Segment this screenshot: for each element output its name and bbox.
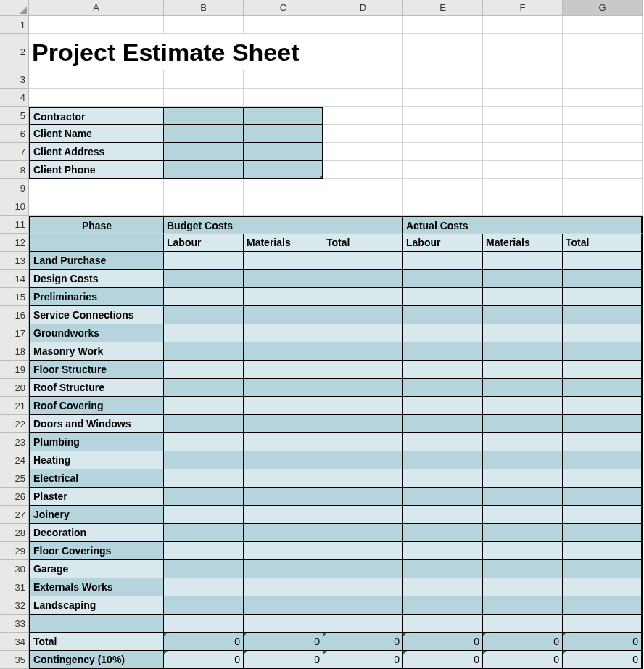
cell[interactable] [483,197,563,216]
phase-value[interactable] [244,451,323,469]
phase-value[interactable] [323,288,403,306]
phase-value[interactable] [483,288,563,306]
row-header-8[interactable]: 8 [0,161,29,179]
row-header-21[interactable]: 21 [0,397,29,415]
col-header-B[interactable]: B [164,0,244,16]
phase-value[interactable] [563,288,643,306]
cell[interactable] [483,34,563,70]
phase-value[interactable] [403,578,483,596]
row-header-23[interactable]: 23 [0,433,29,451]
row-header-24[interactable]: 24 [0,451,29,469]
phase-value[interactable] [403,542,483,560]
row-header-20[interactable]: 20 [0,379,29,397]
phase-value[interactable] [563,578,643,596]
phase-value[interactable] [483,433,563,451]
phase-value[interactable] [403,415,483,433]
phase-value[interactable] [164,578,244,596]
cell[interactable] [403,70,483,89]
row-header-27[interactable]: 27 [0,506,29,524]
phase-value[interactable] [244,270,323,288]
phase-value[interactable] [483,488,563,506]
phase-value[interactable] [563,270,643,288]
row-header-31[interactable]: 31 [0,578,29,596]
phase-value[interactable] [563,596,643,615]
phase-value[interactable] [244,415,323,433]
phase-value[interactable] [563,560,643,578]
phase-value[interactable] [164,596,244,615]
phase-value[interactable] [164,342,244,361]
phase-value[interactable] [244,560,323,578]
cell[interactable] [323,89,403,107]
cell[interactable] [563,16,643,34]
phase-value[interactable] [483,469,563,488]
total-value[interactable]: 0 [563,633,643,651]
phase-value[interactable] [323,560,403,578]
phase-value[interactable] [164,306,244,324]
phase-value[interactable] [563,451,643,469]
phase-value[interactable] [164,379,244,397]
row-header-26[interactable]: 26 [0,488,29,506]
cell[interactable] [563,615,643,633]
phase-value[interactable] [244,506,323,524]
phase-value[interactable] [164,451,244,469]
cell[interactable] [29,89,164,107]
cell[interactable] [483,70,563,89]
phase-value[interactable] [323,397,403,415]
cell[interactable] [244,179,323,197]
client-info-value[interactable] [244,125,323,143]
phase-value[interactable] [244,596,323,615]
row-header-1[interactable]: 1 [0,16,29,34]
cell[interactable] [29,16,164,34]
row-header-14[interactable]: 14 [0,270,29,288]
cell[interactable] [483,16,563,34]
phase-value[interactable] [403,524,483,542]
phase-value[interactable] [483,361,563,379]
phase-value[interactable] [323,252,403,270]
cell[interactable] [323,161,403,179]
row-header-18[interactable]: 18 [0,342,29,361]
row-header-34[interactable]: 34 [0,633,29,651]
phase-value[interactable] [244,379,323,397]
client-info-value[interactable] [164,125,244,143]
phase-value[interactable] [483,324,563,342]
row-header-3[interactable]: 3 [0,70,29,89]
cell[interactable] [563,125,643,143]
total-value[interactable]: 0 [244,633,323,651]
cell[interactable] [483,125,563,143]
cell[interactable] [563,107,643,125]
cell[interactable] [323,125,403,143]
phase-value[interactable] [244,542,323,560]
phase-value[interactable] [244,524,323,542]
cell[interactable] [563,179,643,197]
phase-value[interactable] [483,451,563,469]
cell[interactable] [164,16,244,34]
cell[interactable] [403,107,483,125]
phase-value[interactable] [403,596,483,615]
cell[interactable] [323,179,403,197]
phase-value[interactable] [483,342,563,361]
client-info-value[interactable] [244,107,323,125]
phase-value[interactable] [164,252,244,270]
cell[interactable] [483,615,563,633]
phase-value[interactable] [323,306,403,324]
phase-value[interactable] [563,252,643,270]
cell[interactable] [323,16,403,34]
row-header-33[interactable]: 33 [0,615,29,633]
cell[interactable] [244,89,323,107]
phase-value[interactable] [244,342,323,361]
phase-value[interactable] [323,596,403,615]
cell[interactable] [323,615,403,633]
phase-value[interactable] [563,488,643,506]
cell[interactable] [403,179,483,197]
phase-value[interactable] [483,379,563,397]
phase-value[interactable] [403,361,483,379]
cell[interactable] [403,89,483,107]
phase-value[interactable] [483,524,563,542]
row-header-6[interactable]: 6 [0,125,29,143]
phase-value[interactable] [164,488,244,506]
phase-value[interactable] [244,288,323,306]
cell[interactable] [323,70,403,89]
phase-value[interactable] [164,415,244,433]
phase-value[interactable] [244,361,323,379]
row-header-35[interactable]: 35 [0,651,29,669]
